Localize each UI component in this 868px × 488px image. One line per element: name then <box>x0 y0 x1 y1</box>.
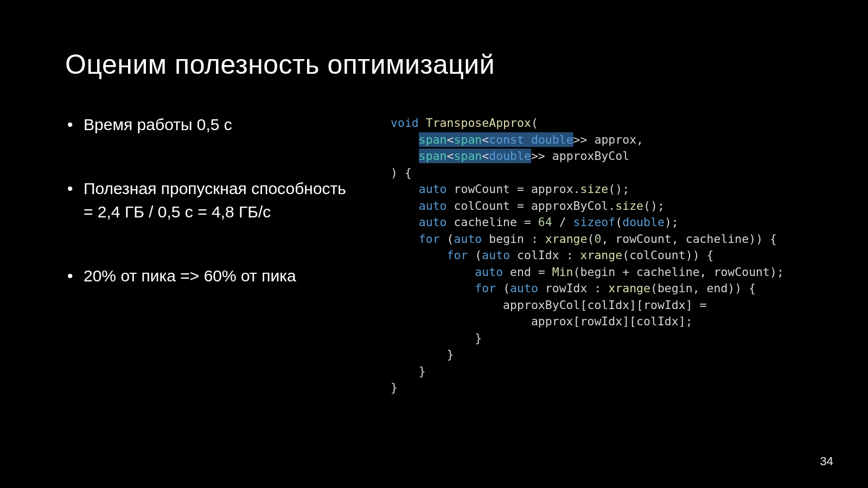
code-token: = <box>517 199 524 213</box>
code-token: 64 <box>538 215 552 229</box>
code-token: double <box>531 133 573 146</box>
code-token: void <box>391 116 419 130</box>
code-token: ( <box>531 116 538 130</box>
code-token: ( <box>468 248 482 262</box>
bullet-item: Время работы 0,5 с <box>65 113 358 137</box>
code-token: xrange <box>545 232 588 246</box>
code-token: ( <box>496 281 510 295</box>
code-token: sizeof <box>573 215 616 229</box>
code-token: xrange <box>580 248 623 262</box>
code-token: < <box>482 149 489 163</box>
code-highlight: span<span<const double <box>419 132 573 147</box>
code-token: (begin, end)) { <box>650 281 756 295</box>
code-token: const <box>489 133 524 146</box>
code-token: 0 <box>594 232 601 246</box>
code-token: begin : <box>482 232 545 246</box>
code-token: double <box>489 149 531 163</box>
code-token: approxByCol. <box>524 199 615 213</box>
code-token: auto <box>475 265 503 279</box>
code-token: size <box>580 182 609 196</box>
code-token: >> <box>573 133 588 146</box>
code-token: (); <box>643 199 665 213</box>
slide-title: Оценим полезность оптимизаций <box>65 49 803 80</box>
code-token: cacheline <box>447 215 524 229</box>
code-token: xrange <box>608 281 650 295</box>
code-token: end = <box>503 265 552 279</box>
slide-columns: Время работы 0,5 с Полезная пропускная с… <box>65 113 803 396</box>
code-token: = <box>524 215 531 229</box>
code-token: auto <box>482 248 510 262</box>
code-token: size <box>615 199 643 213</box>
bullet-item: 20% от пика => 60% от пика <box>65 264 358 288</box>
code-token: approx. <box>524 182 580 196</box>
right-column: void TransposeApprox( span<span<const do… <box>391 113 803 396</box>
code-token: } <box>419 364 426 378</box>
code-token: ( <box>615 215 622 229</box>
code-token: for <box>475 281 496 295</box>
code-block: void TransposeApprox( span<span<const do… <box>391 115 803 396</box>
code-token: approxByCol[colIdx][rowIdx] = <box>503 298 706 312</box>
code-token: rowIdx : <box>538 281 608 295</box>
code-token: , rowCount, cacheline)) { <box>601 232 777 246</box>
code-token: } <box>447 348 454 361</box>
code-token: auto <box>419 199 447 213</box>
page-number: 34 <box>820 454 833 468</box>
code-token: (); <box>608 182 629 196</box>
code-token: ( <box>440 232 454 246</box>
code-highlight: span<span<double <box>419 149 531 163</box>
code-token: (begin + cacheline, rowCount); <box>573 265 784 279</box>
code-token: ); <box>665 215 679 229</box>
code-token: span <box>454 149 482 163</box>
code-token: } <box>475 331 482 345</box>
code-token: span <box>419 149 447 163</box>
code-token: span <box>454 133 482 146</box>
code-token: auto <box>510 281 538 295</box>
code-token: auto <box>419 182 447 196</box>
code-token: approxByCol <box>545 149 629 163</box>
code-token: for <box>447 248 468 262</box>
code-token: double <box>622 215 665 229</box>
code-token: ) { <box>391 166 412 179</box>
code-token: < <box>482 133 489 146</box>
code-token: / <box>552 215 573 229</box>
code-token: approx[rowIdx][colIdx]; <box>531 314 693 328</box>
code-token: Min <box>552 265 573 279</box>
slide: Оценим полезность оптимизаций Время рабо… <box>0 0 868 488</box>
code-token: approx, <box>588 133 644 146</box>
code-token: auto <box>419 215 447 229</box>
code-token: ( <box>587 232 594 246</box>
code-token: auto <box>454 232 482 246</box>
code-token <box>531 215 538 229</box>
bullet-list: Время работы 0,5 с Полезная пропускная с… <box>65 113 358 287</box>
code-token: } <box>391 381 398 394</box>
code-token: colIdx : <box>510 248 580 262</box>
code-token: rowCount <box>447 182 517 196</box>
left-column: Время работы 0,5 с Полезная пропускная с… <box>65 113 358 396</box>
code-token: span <box>419 133 447 146</box>
code-token: < <box>447 133 454 146</box>
code-token: TransposeApprox <box>426 116 531 130</box>
code-token: < <box>447 149 454 163</box>
code-token: >> <box>531 149 545 163</box>
code-token: colCount <box>447 199 517 213</box>
code-token: for <box>419 232 440 246</box>
bullet-item: Полезная пропускная способность = 2,4 ГБ… <box>65 177 358 224</box>
code-token: = <box>517 182 524 196</box>
code-token: (colCount)) { <box>622 248 713 262</box>
code-token <box>524 133 531 146</box>
